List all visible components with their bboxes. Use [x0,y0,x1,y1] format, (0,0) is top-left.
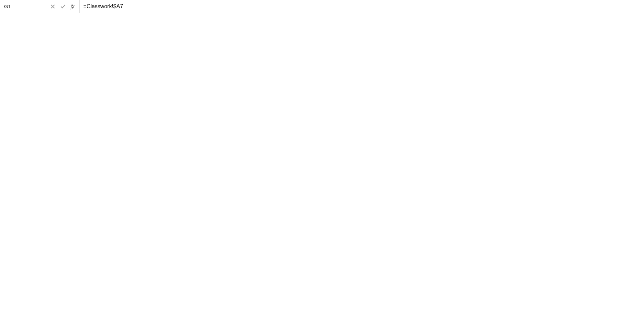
fx-icon[interactable]: fx [71,3,75,10]
cancel-icon[interactable] [50,4,55,9]
formula-input[interactable] [80,0,644,13]
confirm-icon[interactable] [60,4,66,9]
formula-bar: ▲ ▼ fx [0,0,644,13]
formula-bar-actions: fx [45,0,80,13]
name-box-container: ▲ ▼ [0,0,45,13]
